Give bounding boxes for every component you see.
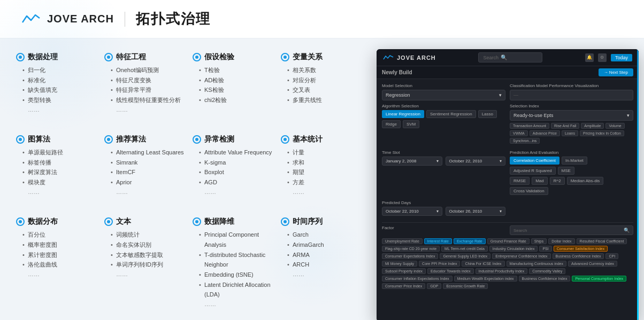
list-item: 文本敏感数字提取	[116, 250, 184, 260]
prediction-buttons: Correlation CoefficientIn-MarketAdjusted…	[510, 157, 633, 175]
factor-tag[interactable]: ML Term-net credit Data	[441, 246, 488, 252]
pred-sub-btn-rmse[interactable]: RMSE	[510, 177, 530, 185]
factor-tag[interactable]: Consumer Satisfaction Index	[554, 246, 608, 252]
category-items-list: 计量求和期望方差	[281, 147, 361, 188]
factor-tag[interactable]: Industrial Productivity Index	[476, 268, 528, 274]
time-start-picker[interactable]: January 2, 2008 ▾	[382, 157, 442, 166]
dark-search-box[interactable]: Search 🔍	[478, 52, 542, 63]
factor-tag[interactable]: Ships	[531, 238, 547, 244]
list-item: 命名实体识别	[116, 240, 184, 250]
header: JOVE ARCH 拓扑式治理	[0, 0, 644, 38]
factor-tag[interactable]: Entrepreneur Confidence Index	[492, 253, 550, 259]
factor-tag[interactable]: Medium Wealth Expectation index	[454, 276, 517, 282]
chevron-down-icon: ▾	[499, 92, 502, 98]
dropdown-tag[interactable]: Amplitude	[581, 123, 604, 129]
dropdown-tag[interactable]: Loans	[562, 130, 578, 136]
factor-tag[interactable]: Interest Rate	[424, 238, 452, 244]
category-title: 数据降维	[204, 217, 234, 227]
factor-tag[interactable]: Commodity Valley	[529, 268, 565, 274]
list-item: 单词序列转ID序列	[116, 260, 184, 270]
factor-tag[interactable]: Unemployment Rate	[382, 238, 423, 244]
predicted-end-value: October 26, 2010	[449, 209, 482, 214]
factor-tag[interactable]: GDP	[427, 283, 441, 289]
list-item: 线性模型特征重要性分析	[116, 95, 184, 105]
factor-tag[interactable]: PSI	[539, 246, 551, 252]
factor-tag[interactable]: Ground Finance Rate	[487, 238, 530, 244]
time-end-picker[interactable]: October 22, 2010 ▾	[446, 157, 506, 166]
header-divider	[125, 12, 125, 27]
selection-index-dropdown[interactable]: Ready-to-use Epts ▾	[510, 110, 633, 121]
list-item: 累计密度图	[28, 250, 96, 260]
factor-tag[interactable]: Business Confidence Index	[553, 253, 604, 259]
factor-tag[interactable]: General Supply LED Index	[440, 253, 490, 259]
list-item: chi2检验	[204, 95, 272, 105]
factor-search-bar[interactable]: Search 🔍	[510, 225, 633, 235]
time-slot-title: Time Slot	[382, 150, 505, 155]
pred-sub-btn-cross-validation[interactable]: Cross Validation	[510, 187, 548, 195]
pred-sub-btn-mad[interactable]: Mad	[532, 177, 548, 185]
category-title: 数据处理	[28, 52, 58, 62]
factor-tag[interactable]: Consumer Expectations Index	[382, 253, 438, 259]
factor-search-col: Search 🔍	[510, 225, 633, 235]
factor-tag[interactable]: Business Confidence Index	[519, 276, 571, 282]
algo-btn-sentiment-regression[interactable]: Sentiment Regression	[426, 110, 476, 118]
factor-tag[interactable]: Consumer Inflation Expectations Index	[382, 276, 453, 282]
factor-tag[interactable]: CPI	[605, 253, 618, 259]
category-dot-icon	[104, 53, 113, 61]
factor-tag[interactable]: MI Money Supply	[382, 261, 417, 267]
algorithm-selection-title: Algorithm Selection	[382, 104, 505, 108]
factor-tag[interactable]: Advanced Currency index	[568, 261, 617, 267]
list-item: Aprior	[116, 177, 184, 188]
factor-tag[interactable]: Consumer Price Index	[382, 283, 425, 289]
dropdown-tag[interactable]: Transaction Amount	[510, 123, 549, 129]
algo-btn-lasso[interactable]: Lasso	[478, 110, 497, 118]
category-anomaly-detection: 异常检测Attribute Value FrequencyK-sigmaBoxp…	[193, 131, 272, 209]
pred-btn-correlation-coefficient[interactable]: Correlation Coefficient	[510, 157, 559, 165]
factor-tag[interactable]: Industry Circulation index	[489, 246, 538, 252]
factor-tag[interactable]: Manufacturing Continuous index	[507, 261, 566, 267]
factor-tag[interactable]: Subsoil Property index	[382, 268, 426, 274]
pred-sub-btn-median-abs-dis[interactable]: Median Abs-dis	[567, 177, 604, 185]
category-items-list: T检验AD检验KS检验chi2检验	[193, 65, 272, 105]
factor-tag[interactable]: Personal Consumption Index	[572, 276, 626, 282]
factor-tag[interactable]: Flag-ship rate CD 20-year note	[382, 246, 440, 252]
left-panel: 数据处理归一化标准化缺失值填充类型转换……特征工程Onehot编码预测特征尺度变…	[0, 38, 377, 320]
factor-tag[interactable]: Educator Towards index	[427, 268, 474, 274]
dropdown-tag[interactable]: Rise And Fall	[551, 123, 579, 129]
category-basic-stats: 基本统计计量求和期望方差……	[281, 131, 361, 209]
model-selection-dropdown[interactable]: Regression ▾	[382, 90, 505, 100]
factor-tag[interactable]: Economic Growth Rate	[443, 283, 488, 289]
pred-btn-adjusted-r-squared[interactable]: Adjusted R Squared	[510, 167, 556, 175]
factor-tag[interactable]: Exchange Rate	[454, 238, 486, 244]
algo-btn-svm[interactable]: SVM	[403, 120, 419, 128]
category-items-list: GarchArimaGarchARMAARCH	[281, 230, 361, 270]
pred-btn-mse[interactable]: MSE	[558, 167, 574, 175]
list-item: 缺失值填充	[28, 85, 96, 95]
factor-tag[interactable]: Dollar Index	[548, 238, 574, 244]
algorithm-row: Algorithm Selection Linear RegressionSen…	[382, 104, 633, 147]
category-header: 基本统计	[281, 135, 361, 144]
predicted-end-picker[interactable]: October 26, 2010 ▾	[446, 207, 506, 216]
settings-icon[interactable]: ⚙	[598, 53, 607, 62]
time-slot-pickers: January 2, 2008 ▾ October 22, 2010 ▾	[382, 157, 505, 166]
category-feature-engineering: 特征工程Onehot编码预测特征尺度变换特征异常平滑线性模型特征重要性分析……	[104, 49, 184, 127]
dropdown-tag[interactable]: Advance Price	[530, 130, 560, 136]
classification-viz-input[interactable]: —	[510, 90, 633, 100]
dropdown-tag[interactable]: VWMA	[510, 130, 528, 136]
factor-tag[interactable]: Resulted Fiscal Coefficient	[577, 238, 627, 244]
algo-btn-linear-regression[interactable]: Linear Regression	[382, 110, 424, 118]
factor-tag[interactable]: Core PPI Price Index	[419, 261, 460, 267]
algo-btn-ridge[interactable]: Ridge	[382, 120, 401, 128]
notification-icon[interactable]: 🔔	[585, 53, 594, 62]
category-items-list: 相关系数对应分析交叉表多重共线性	[281, 65, 361, 105]
pred-btn-in-market[interactable]: In-Market	[562, 157, 587, 165]
category-header: 特征工程	[104, 52, 184, 62]
dropdown-tag[interactable]: Pricing Index In Cotton	[580, 130, 624, 136]
predicted-start-picker[interactable]: October 22, 2010 ▾	[382, 207, 442, 216]
pred-sub-btn-r^2[interactable]: R^2	[550, 177, 565, 185]
factor-tag[interactable]: China For ICSE Index	[462, 261, 504, 267]
dropdown-tag[interactable]: Synchron...ins	[510, 138, 540, 144]
today-tab[interactable]: Today	[611, 54, 632, 61]
dropdown-tag[interactable]: Volume	[605, 123, 624, 129]
next-step-btn[interactable]: → Next Step	[599, 68, 633, 76]
